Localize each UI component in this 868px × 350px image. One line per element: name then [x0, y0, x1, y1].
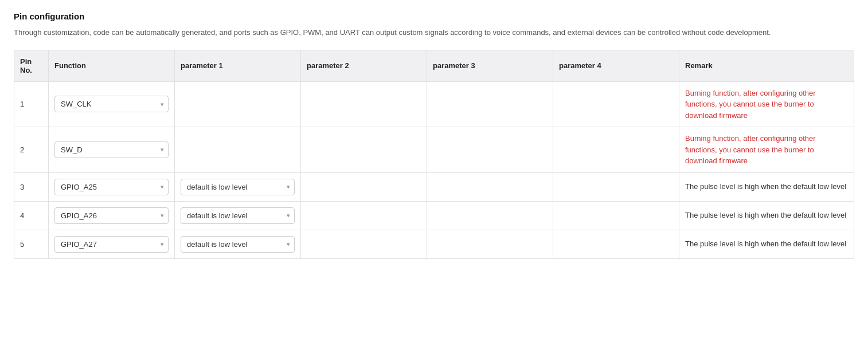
param3-cell-4: [427, 201, 553, 230]
header-param2: parameter 2: [301, 50, 427, 81]
page-title: Pin configuration: [14, 11, 854, 21]
pin-number-3: 3: [14, 172, 49, 201]
param1-cell-3: default is low level▾: [175, 172, 301, 201]
function-cell-2: SW_D▾: [49, 127, 175, 173]
function-select-pin-4[interactable]: GPIO_A26: [54, 207, 169, 224]
param1-cell-2: [175, 127, 301, 173]
param3-cell-5: [427, 230, 553, 258]
table-header-row: Pin No. Function parameter 1 parameter 2…: [14, 50, 854, 81]
param1-cell-1: [175, 81, 301, 127]
function-cell-4: GPIO_A26▾: [49, 201, 175, 230]
table-row: 1SW_CLK▾Burning function, after configur…: [14, 81, 854, 127]
header-param3: parameter 3: [427, 50, 553, 81]
remark-cell-5: The pulse level is high when the default…: [679, 230, 854, 258]
param1-cell-5: default is low level▾: [175, 230, 301, 258]
table-row: 3GPIO_A25▾default is low level▾The pulse…: [14, 172, 854, 201]
function-select-pin-1[interactable]: SW_CLK: [54, 96, 169, 112]
table-row: 4GPIO_A26▾default is low level▾The pulse…: [14, 201, 854, 230]
param4-cell-5: [553, 230, 679, 258]
function-cell-5: GPIO_A27▾: [49, 230, 175, 258]
remark-cell-2: Burning function, after configuring othe…: [679, 127, 854, 173]
param4-cell-3: [553, 172, 679, 201]
param2-cell-5: [301, 230, 427, 258]
param2-cell-1: [301, 81, 427, 127]
pin-number-1: 1: [14, 81, 49, 127]
function-cell-1: SW_CLK▾: [49, 81, 175, 127]
function-select-pin-2[interactable]: SW_D: [54, 141, 169, 158]
function-select-pin-5[interactable]: GPIO_A27: [54, 236, 169, 253]
remark-cell-4: The pulse level is high when the default…: [679, 201, 854, 230]
pin-number-2: 2: [14, 127, 49, 173]
param1-select-pin-5[interactable]: default is low level: [181, 236, 295, 253]
header-remark: Remark: [679, 50, 854, 81]
header-function: Function: [49, 50, 175, 81]
param2-cell-2: [301, 127, 427, 173]
param4-cell-2: [553, 127, 679, 173]
pin-config-table: Pin No. Function parameter 1 parameter 2…: [14, 50, 854, 259]
param1-select-pin-3[interactable]: default is low level: [181, 179, 295, 195]
param2-cell-4: [301, 201, 427, 230]
table-row: 2SW_D▾Burning function, after configurin…: [14, 127, 854, 173]
remark-cell-3: The pulse level is high when the default…: [679, 172, 854, 201]
pin-number-4: 4: [14, 201, 49, 230]
function-cell-3: GPIO_A25▾: [49, 172, 175, 201]
param3-cell-2: [427, 127, 553, 173]
header-param4: parameter 4: [553, 50, 679, 81]
pin-number-5: 5: [14, 230, 49, 258]
param1-select-pin-4[interactable]: default is low level: [181, 207, 295, 224]
page-description: Through customization, code can be autom…: [14, 27, 854, 38]
header-param1: parameter 1: [175, 50, 301, 81]
function-select-pin-3[interactable]: GPIO_A25: [54, 179, 169, 195]
param4-cell-1: [553, 81, 679, 127]
param4-cell-4: [553, 201, 679, 230]
param1-cell-4: default is low level▾: [175, 201, 301, 230]
param3-cell-1: [427, 81, 553, 127]
remark-cell-1: Burning function, after configuring othe…: [679, 81, 854, 127]
header-pin-no: Pin No.: [14, 50, 49, 81]
table-row: 5GPIO_A27▾default is low level▾The pulse…: [14, 230, 854, 258]
param3-cell-3: [427, 172, 553, 201]
param2-cell-3: [301, 172, 427, 201]
